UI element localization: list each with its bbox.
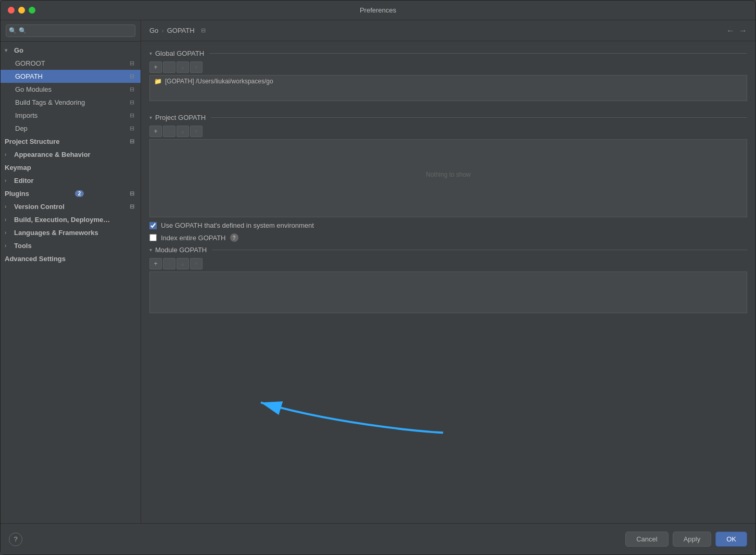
help-button[interactable]: ? [9,533,22,546]
sidebar-item-build-tags[interactable]: Build Tags & Vendoring ⊟ [1,96,141,109]
cancel-button[interactable]: Cancel [625,532,668,547]
global-gopath-section-header: ▾ Global GOPATH [149,50,747,57]
sidebar-item-goroot[interactable]: GOROOT ⊟ [1,57,141,70]
module-gopath-title: Module GOPATH [155,246,207,254]
project-gopath-down-btn[interactable]: ▼ [190,126,203,137]
plugins-config-icon: ⊟ [130,190,134,197]
sidebar-item-editor[interactable]: › Editor [1,174,141,187]
minimize-button[interactable] [18,7,25,14]
sidebar-version-control-label: Version Control [14,203,65,211]
project-structure-config-icon: ⊟ [130,138,134,145]
sidebar-item-appearance-behavior[interactable]: › Appearance & Behavior [1,148,141,161]
project-gopath-add-btn[interactable]: + [149,126,162,137]
sidebar-imports-label: Imports [15,112,37,119]
forward-icon[interactable]: → [739,26,747,35]
breadcrumb-parent: Go [149,27,158,34]
sidebar-project-structure-label: Project Structure [5,138,59,145]
dep-config-icon: ⊟ [130,125,134,132]
sidebar-tree: ▾ Go GOROOT ⊟ GOPATH ⊟ Go Modules ⊟ Buil… [1,42,141,523]
expand-go-icon: ▾ [5,47,11,53]
preferences-window: Preferences 🔍 ▾ Go GOROOT ⊟ [0,0,756,555]
main-content: 🔍 ▾ Go GOROOT ⊟ GOPATH ⊟ [1,20,755,523]
goroot-config-icon: ⊟ [130,60,134,67]
sidebar-item-build-execution[interactable]: › Build, Execution, Deployme… [1,213,141,226]
index-gopath-help-icon[interactable]: ? [230,233,238,242]
sidebar-tools-label: Tools [14,242,32,250]
sidebar-item-languages-frameworks[interactable]: › Languages & Frameworks [1,226,141,239]
sidebar-item-gopath[interactable]: GOPATH ⊟ [1,70,141,83]
collapse-global-gopath-icon[interactable]: ▾ [149,51,152,56]
sidebar-go-modules-label: Go Modules [15,85,52,93]
folder-icon: 📁 [154,78,162,85]
global-gopath-down-btn[interactable]: ▼ [190,61,203,73]
expand-appearance-icon: › [5,152,11,157]
sidebar-build-tags-label: Build Tags & Vendoring [15,98,85,106]
gopath-config-icon: ⊟ [130,73,134,80]
apply-button[interactable]: Apply [673,532,712,547]
project-gopath-remove-btn[interactable]: − [163,126,175,137]
search-input[interactable] [6,24,135,37]
plugins-badge: 2 [75,190,84,197]
nothing-to-show-label: Nothing to show [150,140,747,209]
sidebar-editor-label: Editor [14,177,34,184]
global-gopath-up-btn[interactable]: ▲ [177,61,189,73]
collapse-module-gopath-icon[interactable]: ▾ [149,247,152,253]
index-gopath-label: Index entire GOPATH [161,234,226,242]
action-buttons: Cancel Apply OK [625,532,747,547]
panel-header: Go › GOPATH ⊟ ← → [141,20,755,41]
sidebar-item-go[interactable]: ▾ Go [1,44,141,57]
bottom-bar: ? Cancel Apply OK [1,523,755,554]
use-gopath-checkbox[interactable] [149,222,157,229]
collapse-project-gopath-icon[interactable]: ▾ [149,115,152,120]
index-gopath-row: Index entire GOPATH ? [149,233,747,242]
module-gopath-divider [212,250,747,250]
use-gopath-row: Use GOPATH that's defined in system envi… [149,221,747,229]
sidebar-item-go-modules[interactable]: Go Modules ⊟ [1,83,141,96]
expand-tools-icon: › [5,243,11,249]
close-button[interactable] [8,7,15,14]
sidebar-item-plugins[interactable]: Plugins 2 ⊟ [1,187,141,200]
module-gopath-down-btn[interactable]: ▼ [190,258,203,269]
global-gopath-add-btn[interactable]: + [149,61,162,73]
expand-version-control-icon: › [5,204,11,209]
sidebar-goroot-label: GOROOT [15,59,45,67]
module-gopath-add-btn[interactable]: + [149,258,162,269]
sidebar-item-advanced-settings[interactable]: Advanced Settings [1,252,141,265]
go-modules-config-icon: ⊟ [130,86,134,93]
sidebar-item-version-control[interactable]: › Version Control ⊟ [1,200,141,213]
maximize-button[interactable] [29,7,35,14]
sidebar-keymap-label: Keymap [5,164,31,171]
expand-build-execution-icon: › [5,217,11,223]
breadcrumb: Go › GOPATH ⊟ [149,27,206,34]
index-gopath-checkbox[interactable] [149,234,157,241]
sidebar-gopath-label: GOPATH [15,72,43,80]
nav-icons: ← → [726,26,747,35]
global-gopath-divider [209,53,747,54]
back-icon[interactable]: ← [726,26,735,35]
global-gopath-remove-btn[interactable]: − [163,61,175,73]
version-control-config-icon: ⊟ [130,203,134,210]
module-gopath-list [149,272,747,313]
window-title: Preferences [360,6,396,14]
sidebar-item-imports[interactable]: Imports ⊟ [1,109,141,122]
search-icon: 🔍 [9,27,17,34]
sidebar-plugins-label: Plugins [5,190,29,198]
sidebar: 🔍 ▾ Go GOROOT ⊟ GOPATH ⊟ [1,20,141,523]
ok-button[interactable]: OK [715,532,747,547]
sidebar-item-dep[interactable]: Dep ⊟ [1,122,141,135]
breadcrumb-current: GOPATH [167,27,195,34]
sidebar-item-tools[interactable]: › Tools [1,239,141,252]
sidebar-item-project-structure[interactable]: Project Structure ⊟ [1,135,141,148]
breadcrumb-config-icon: ⊟ [201,27,206,34]
project-gopath-up-btn[interactable]: ▲ [177,126,189,137]
project-gopath-section-header: ▾ Project GOPATH [149,114,747,121]
sidebar-item-keymap[interactable]: Keymap [1,161,141,174]
sidebar-build-execution-label: Build, Execution, Deployme… [14,216,110,224]
module-gopath-remove-btn[interactable]: − [163,258,175,269]
global-gopath-entry[interactable]: 📁 [GOPATH] /Users/liukai/workspaces/go [150,76,747,87]
global-gopath-list: 📁 [GOPATH] /Users/liukai/workspaces/go [149,75,747,101]
project-gopath-toolbar: + − ▲ ▼ [149,126,747,137]
module-gopath-up-btn[interactable]: ▲ [177,258,189,269]
project-gopath-divider [211,117,747,118]
sidebar-appearance-label: Appearance & Behavior [14,151,91,158]
